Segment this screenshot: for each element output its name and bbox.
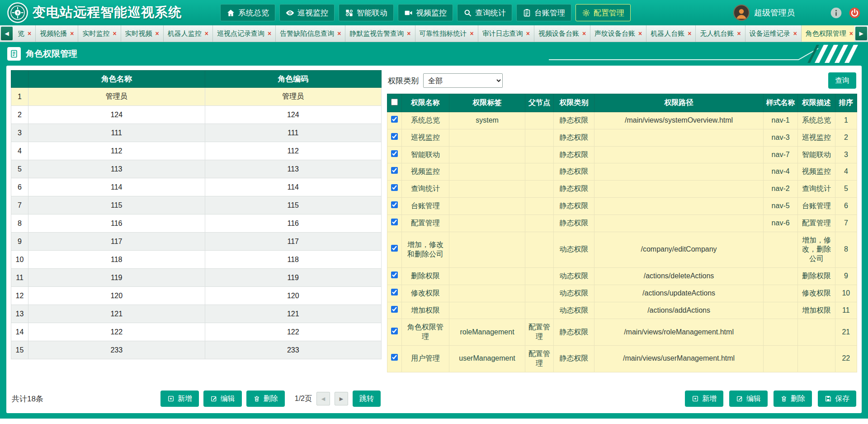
tab-close-icon[interactable]: ×	[156, 30, 159, 37]
nav-button-gear[interactable]: 配置管理	[576, 4, 631, 21]
row-checkbox[interactable]	[391, 306, 398, 313]
power-icon[interactable]	[849, 7, 861, 19]
perm-row[interactable]: 智能联动静态权限nav-7智能联动3	[387, 146, 857, 163]
role-row[interactable]: 12120120	[11, 287, 382, 305]
role-row[interactable]: 4112112	[11, 142, 382, 160]
perm-row[interactable]: 增加权限动态权限/actions/addActions增加权限11	[387, 302, 857, 319]
row-checkbox[interactable]	[391, 167, 398, 174]
row-checkbox[interactable]	[391, 116, 398, 123]
select-all-checkbox[interactable]	[391, 99, 398, 105]
prev-page-button[interactable]: ◀	[316, 392, 330, 405]
role-row[interactable]: 15233233	[11, 341, 382, 359]
tab-close-icon[interactable]: ×	[70, 30, 74, 37]
perm-row[interactable]: 增加，修改和删除公司动态权限/company/editCompany增加，修改，…	[387, 232, 857, 267]
role-row[interactable]: 13121121	[11, 305, 382, 323]
perm-save-button[interactable]: 保存	[818, 391, 856, 407]
permission-type-select[interactable]: 全部	[423, 73, 503, 88]
perm-row[interactable]: 巡视监控静态权限nav-3巡视监控2	[387, 129, 857, 146]
tab-close-icon[interactable]: ×	[337, 30, 341, 37]
next-page-button[interactable]: ▶	[335, 392, 348, 405]
tab-item[interactable]: 实时视频×	[121, 25, 164, 42]
tab-scroll-right-icon[interactable]: ▶	[855, 27, 867, 40]
tab-close-icon[interactable]: ×	[113, 30, 116, 37]
row-checkbox[interactable]	[391, 272, 398, 278]
row-checkbox[interactable]	[391, 133, 398, 140]
tab-item[interactable]: 实时监控×	[78, 25, 121, 42]
query-button[interactable]: 查询	[828, 72, 856, 89]
tab-item[interactable]: 设备运维记录×	[745, 25, 802, 42]
perm-order: 7	[835, 214, 857, 232]
perm-edit-button[interactable]: 编辑	[729, 391, 768, 407]
role-row[interactable]: 1管理员管理员	[11, 88, 382, 106]
role-row[interactable]: 11119119	[11, 269, 382, 287]
perm-column-header: 权限路径	[594, 94, 764, 112]
tab-scroll-left-icon[interactable]: ◀	[1, 27, 13, 40]
row-checkbox[interactable]	[391, 201, 398, 208]
jump-page-button[interactable]: 跳转	[353, 391, 381, 407]
tab-item[interactable]: 巡视点记录查询×	[213, 25, 276, 42]
perm-add-button[interactable]: 新增	[685, 391, 723, 407]
role-row[interactable]: 3111111	[11, 124, 382, 142]
nav-button-home[interactable]: 系统总览	[220, 4, 275, 21]
tab-item[interactable]: 告警缺陷信息查询×	[276, 25, 345, 42]
role-row[interactable]: 14122122	[11, 323, 382, 341]
tab-close-icon[interactable]: ×	[28, 30, 31, 37]
tab-item[interactable]: 审计日志查询×	[478, 25, 534, 42]
row-checkbox[interactable]	[391, 289, 398, 295]
tab-item[interactable]: 角色权限管理×	[802, 25, 854, 42]
nav-button-ledger[interactable]: 台账管理	[516, 4, 571, 21]
perm-row[interactable]: 查询统计静态权限nav-2查询统计5	[387, 181, 857, 198]
perm-row[interactable]: 角色权限管理roleManagement配置管理静态权限/main/views/…	[387, 319, 857, 346]
role-edit-button[interactable]: 编辑	[203, 391, 242, 407]
row-checkbox[interactable]	[391, 354, 398, 361]
tab-close-icon[interactable]: ×	[582, 30, 586, 37]
nav-button-video[interactable]: 视频监控	[398, 4, 453, 21]
row-checkbox[interactable]	[391, 328, 398, 334]
tab-close-icon[interactable]: ×	[849, 30, 853, 37]
perm-row[interactable]: 修改权限动态权限/actions/updateActions修改权限10	[387, 285, 857, 302]
perm-row[interactable]: 配置管理静态权限nav-6配置管理7	[387, 214, 857, 232]
nav-button-eye[interactable]: 巡视监控	[279, 4, 335, 21]
tab-item[interactable]: 静默监视告警查询×	[345, 25, 415, 42]
tab-item[interactable]: 视频设备台账×	[534, 25, 590, 42]
row-checkbox[interactable]	[391, 150, 398, 157]
role-row[interactable]: 5113113	[11, 160, 382, 178]
tab-item[interactable]: 可靠性指标统计×	[415, 25, 478, 42]
perm-row[interactable]: 台账管理静态权限nav-5台账管理6	[387, 197, 857, 214]
tab-item[interactable]: 机器人监控×	[164, 25, 213, 42]
tab-close-icon[interactable]: ×	[688, 30, 691, 37]
tab-close-icon[interactable]: ×	[470, 30, 474, 37]
perm-row[interactable]: 删除权限动态权限/actions/deleteActions删除权限9	[387, 267, 857, 285]
row-checkbox[interactable]	[391, 219, 398, 225]
role-row[interactable]: 7115115	[11, 196, 382, 214]
tab-item[interactable]: 机器人台账×	[646, 25, 696, 42]
tab-close-icon[interactable]: ×	[638, 30, 642, 37]
role-row[interactable]: 8116116	[11, 214, 382, 233]
perm-row[interactable]: 用户管理userManagement配置管理静态权限/main/views/us…	[387, 345, 857, 372]
info-icon[interactable]	[830, 7, 842, 19]
row-checkbox[interactable]	[391, 245, 398, 252]
tab-close-icon[interactable]: ×	[205, 30, 208, 37]
tab-close-icon[interactable]: ×	[268, 30, 271, 37]
perm-row[interactable]: 系统总览system静态权限/main/views/systemOverview…	[387, 112, 857, 129]
nav-button-search[interactable]: 查询统计	[457, 4, 512, 21]
row-checkbox[interactable]	[391, 184, 398, 191]
perm-row[interactable]: 视频监控静态权限nav-4视频监控4	[387, 163, 857, 181]
nav-button-link[interactable]: 智能联动	[339, 4, 394, 21]
role-delete-button[interactable]: 删除	[246, 391, 285, 407]
avatar[interactable]	[733, 5, 750, 21]
tab-close-icon[interactable]: ×	[793, 30, 797, 37]
tab-close-icon[interactable]: ×	[526, 30, 530, 37]
tab-item[interactable]: 视频轮播×	[36, 25, 78, 42]
role-row[interactable]: 9117117	[11, 233, 382, 251]
tab-item[interactable]: 无人机台账×	[696, 25, 745, 42]
tab-item[interactable]: 览×	[14, 25, 36, 42]
tab-close-icon[interactable]: ×	[737, 30, 741, 37]
tab-close-icon[interactable]: ×	[407, 30, 410, 37]
role-add-button[interactable]: 新增	[160, 391, 199, 407]
role-row[interactable]: 2124124	[11, 106, 382, 124]
role-row[interactable]: 6114114	[11, 178, 382, 196]
role-row[interactable]: 10118118	[11, 251, 382, 269]
tab-item[interactable]: 声纹设备台账×	[590, 25, 646, 42]
perm-delete-button[interactable]: 删除	[774, 391, 812, 407]
